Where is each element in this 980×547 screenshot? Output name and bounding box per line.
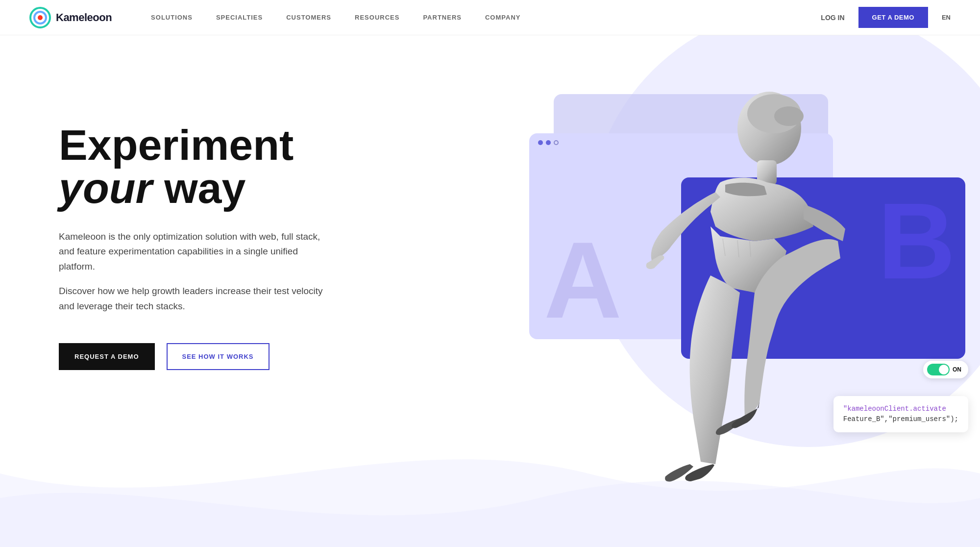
login-link[interactable]: LOG IN (821, 14, 844, 22)
brand-name: Kameleoon (56, 11, 112, 24)
hero-title: Experiment your way (59, 124, 333, 210)
hero-section: Experiment your way Kameleoon is the onl… (0, 35, 980, 547)
person-image (564, 65, 916, 516)
hero-title-italic: your (59, 164, 152, 212)
nav-partners[interactable]: PARTNERS (423, 14, 462, 21)
hero-description-1: Kameleoon is the only optimization solut… (59, 229, 333, 274)
dot-1 (538, 140, 543, 145)
svg-point-5 (774, 106, 804, 126)
svg-point-2 (38, 15, 43, 20)
nav-right: LOG IN GET A DEMO EN (821, 7, 951, 28)
toggle-label: ON (953, 366, 961, 373)
logo-icon (29, 7, 51, 28)
nav-company[interactable]: COMPANY (485, 14, 520, 21)
code-line-1: "kameleoonClient.activate (843, 405, 946, 413)
get-demo-button[interactable]: GET A DEMO (858, 7, 928, 28)
toggle-track[interactable] (927, 364, 950, 375)
person-svg (564, 65, 916, 516)
nav-resources[interactable]: RESOURCES (355, 14, 399, 21)
dot-2 (546, 140, 551, 145)
hero-content: Experiment your way Kameleoon is the onl… (0, 35, 333, 370)
hero-buttons: REQUEST A DEMO SEE HOW IT WORKS (59, 343, 333, 370)
code-snippet: "kameleoonClient.activate Feature_B","pr… (833, 396, 968, 432)
nav-specialties[interactable]: SPECIALTIES (216, 14, 263, 21)
navbar: Kameleoon SOLUTIONS SPECIALTIES CUSTOMER… (0, 0, 980, 35)
logo-link[interactable]: Kameleoon (29, 7, 112, 28)
code-line-2: Feature_B","premium_users"); (843, 415, 958, 423)
hero-image-area: A B ON "kameleoonClient.activate Feature… (524, 65, 980, 530)
nav-links: SOLUTIONS SPECIALTIES CUSTOMERS RESOURCE… (151, 14, 821, 21)
request-demo-button[interactable]: REQUEST A DEMO (59, 343, 155, 370)
nav-customers[interactable]: CUSTOMERS (286, 14, 331, 21)
dot-3 (554, 140, 559, 145)
toggle-widget: ON (923, 361, 968, 378)
language-selector[interactable]: EN (942, 14, 951, 21)
hero-title-rest: way (152, 164, 246, 212)
hero-title-line1: Experiment (59, 121, 294, 169)
toggle-thumb (939, 365, 949, 374)
nav-solutions[interactable]: SOLUTIONS (151, 14, 193, 21)
see-how-button[interactable]: SEE HOW IT WORKS (167, 343, 270, 370)
hero-description-2: Discover how we help growth leaders incr… (59, 284, 323, 314)
